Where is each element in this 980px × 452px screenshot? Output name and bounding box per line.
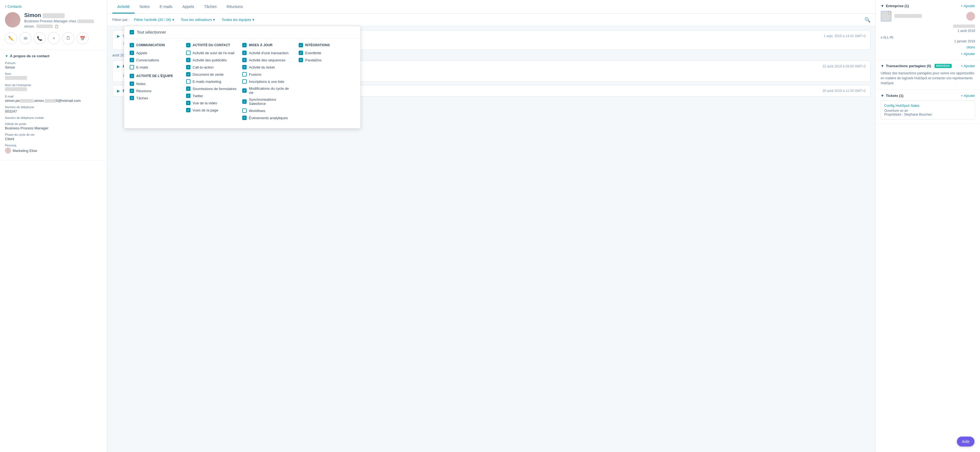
aide-button[interactable]: Aide: [957, 436, 975, 447]
reunions-checkbox[interactable]: [130, 89, 134, 93]
company-card: 📋: [881, 11, 975, 22]
filter-item-salesforce: Synchronisations Salesforce: [242, 97, 293, 106]
tab-reunions[interactable]: Réunions: [221, 0, 248, 13]
company-dates: 1 août 2019: [881, 24, 975, 33]
contact-info: Simon Business Process Manager chez simo…: [24, 12, 102, 29]
taches-checkbox[interactable]: [130, 96, 134, 100]
cta-checkbox[interactable]: [186, 65, 191, 69]
tab-activite[interactable]: Activité: [112, 0, 135, 13]
about-section-header[interactable]: ▼ À propos de ce contact: [5, 54, 102, 58]
field-persona: Persona Marketing Elise: [5, 144, 102, 154]
emails-label: E-mails: [136, 65, 148, 69]
select-all-label: Tout sélectionner: [137, 30, 166, 34]
contact-name: Simon: [24, 12, 102, 18]
appels-checkbox[interactable]: [130, 51, 134, 55]
twitter-label: Twitter: [193, 94, 203, 98]
team-activity-checkbox[interactable]: [130, 74, 134, 78]
transaction-checkbox[interactable]: [242, 51, 247, 55]
cycle-vie-checkbox[interactable]: [242, 88, 247, 93]
activity-filter-button[interactable]: Filtrer l'activité (20 / 26) ▾: [132, 16, 177, 23]
filter-item-publicites: Activité des publicités: [186, 58, 237, 62]
communication-header: COMMUNICATION: [130, 43, 181, 47]
appels-label: Appels: [136, 51, 147, 55]
evenements-checkbox[interactable]: [242, 116, 247, 120]
company-all-in: s ALL-IN 1 janvier 2019: [881, 35, 975, 43]
left-sidebar: Contacts Simon Business Process Manager …: [0, 0, 107, 452]
listes-checkbox[interactable]: [242, 79, 247, 84]
users-filter-button[interactable]: Tous les utilisateurs ▾: [179, 16, 217, 23]
transactions-title-text: Transactions partagées (0): [886, 64, 931, 68]
publicites-label: Activité des publicités: [193, 58, 227, 62]
field-label-entreprise: Nom de l'entreprise: [5, 83, 102, 87]
copy-email-icon[interactable]: 📋: [54, 24, 59, 29]
soumissions-checkbox[interactable]: [186, 86, 191, 91]
notes-checkbox[interactable]: [130, 81, 134, 86]
fusions-checkbox[interactable]: [242, 72, 247, 76]
avatar: [5, 12, 21, 27]
ticket-checkbox[interactable]: [242, 65, 247, 69]
add-button[interactable]: +: [48, 32, 60, 44]
note-button[interactable]: 🗒: [62, 32, 74, 44]
pandadoc-checkbox[interactable]: [299, 58, 303, 62]
filter-item-document-vente: Document de vente: [186, 72, 237, 76]
updates-header: MISES À JOUR: [242, 43, 293, 47]
select-all-checkbox[interactable]: [130, 30, 134, 34]
tickets-section-header: ▼ Tickets (1) + Ajouter: [881, 94, 975, 98]
listes-label: Inscriptions à une liste: [249, 80, 284, 84]
publicites-checkbox[interactable]: [186, 58, 191, 62]
add-ticket-link[interactable]: + Ajouter: [961, 94, 975, 98]
transactions-section-header: ▼ Transactions partagées (0) NOUVEAU + A…: [881, 64, 975, 68]
phone-button[interactable]: 📞: [33, 32, 46, 44]
emails-checkbox[interactable]: [130, 65, 134, 69]
integrations-checkbox[interactable]: [299, 43, 303, 47]
communication-checkbox[interactable]: [130, 43, 134, 47]
emails-marketing-checkbox[interactable]: [186, 79, 191, 84]
email-button[interactable]: ✉: [19, 32, 31, 44]
tab-notes[interactable]: Notes: [135, 0, 155, 13]
video-checkbox[interactable]: [186, 101, 191, 105]
filter-item-pandadoc: PandaDoc: [299, 58, 350, 62]
filter-col-contact-activity: ACTIVITÉ DU CONTACT Activité de suivi de…: [186, 43, 242, 123]
conversations-checkbox[interactable]: [130, 58, 134, 62]
teams-filter-button[interactable]: Toutes les équipes ▾: [220, 16, 256, 23]
ticket-detail-2: Propriétaire : Stephane Bouchez: [884, 113, 972, 116]
twitter-checkbox[interactable]: [186, 94, 191, 98]
field-value-entreprise: [5, 87, 27, 91]
updates-checkbox[interactable]: [242, 43, 247, 47]
eventbrite-checkbox[interactable]: [299, 51, 303, 55]
transactions-section-title[interactable]: ▼ Transactions partagées (0) NOUVEAU: [881, 64, 951, 68]
transaction-label: Activité d'une transaction: [249, 51, 288, 55]
search-icon[interactable]: 🔍: [864, 17, 870, 23]
back-link[interactable]: Contacts: [5, 4, 102, 9]
workflows-checkbox[interactable]: [242, 108, 247, 113]
salesforce-checkbox[interactable]: [242, 99, 247, 104]
tab-emails[interactable]: E-mails: [155, 0, 178, 13]
vues-page-label: Vues de la page: [193, 108, 218, 112]
filter-item-taches: Tâches: [130, 96, 181, 100]
filter-item-video: Vue de la vidéo: [186, 101, 237, 105]
evenements-label: Événements analytiques: [249, 116, 288, 120]
ticket-card: Config HubSpot Sales Ouverture un an Pro…: [881, 100, 975, 119]
entreprise-section-header: ▼ Entreprise (1) + Ajouter: [881, 4, 975, 8]
activity-time: 1 sept. 2019 à 14:41 GMT+2: [824, 34, 866, 38]
add-transaction-link[interactable]: + Ajouter: [961, 64, 975, 68]
salesforce-label: Synchronisations Salesforce: [249, 97, 293, 106]
tab-taches[interactable]: Tâches: [199, 0, 221, 13]
add-company-link[interactable]: + Ajouter: [961, 52, 975, 56]
field-phone: Numéro de téléphone 003247: [5, 105, 102, 113]
vues-page-checkbox[interactable]: [186, 108, 191, 112]
email-suivi-checkbox[interactable]: [186, 51, 191, 55]
sequences-checkbox[interactable]: [242, 58, 247, 62]
activity-filter-dropdown: Tout sélectionner COMMUNICATION Appels: [124, 26, 361, 129]
edit-button[interactable]: ✏️: [5, 32, 17, 44]
tab-appels[interactable]: Appels: [177, 0, 199, 13]
tickets-section-title[interactable]: ▼ Tickets (1): [881, 94, 904, 98]
document-vente-checkbox[interactable]: [186, 72, 191, 76]
ticket-name[interactable]: Config HubSpot Sales: [884, 103, 972, 108]
contact-activity-checkbox[interactable]: [186, 43, 191, 47]
expand-icon-reunion: ▶: [117, 64, 120, 68]
entreprise-section-title[interactable]: ▼ Entreprise (1): [881, 4, 909, 8]
add-entreprise-link[interactable]: + Ajouter: [961, 4, 975, 8]
calendar-button[interactable]: 📅: [76, 32, 89, 44]
field-entreprise: Nom de l'entreprise: [5, 83, 102, 92]
